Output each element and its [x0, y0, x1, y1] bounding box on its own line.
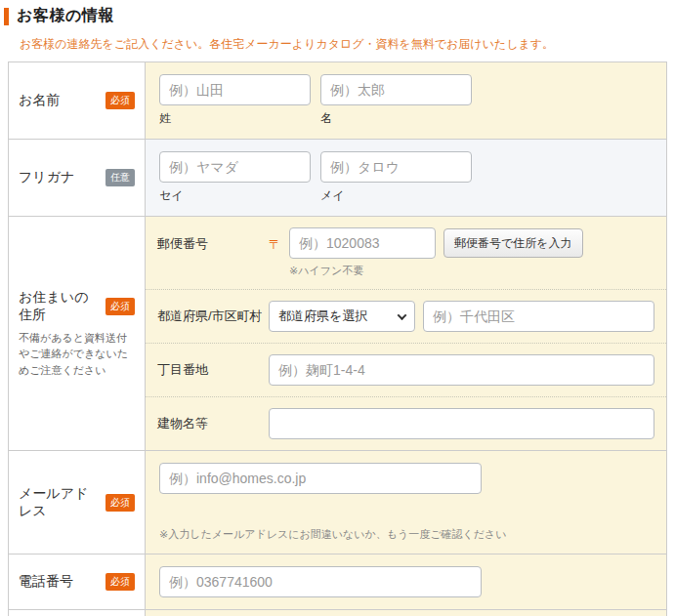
- name-label: お名前: [19, 92, 60, 109]
- building-input[interactable]: [269, 408, 654, 439]
- timing-label-cell: 建築予定時期 必須: [9, 610, 146, 616]
- section-header: お客様の情報: [4, 6, 667, 26]
- postal-code-label: 郵便番号: [157, 227, 269, 253]
- last-name-input[interactable]: [159, 74, 311, 105]
- postal-code-subrow: 郵便番号 〒 郵便番号で住所を入力 ※ハイフン不要: [146, 217, 666, 290]
- prefecture-select-value: 都道府県を選択: [278, 308, 367, 325]
- address-label: お住まいの住所: [19, 289, 102, 324]
- accent-bar: [4, 8, 9, 25]
- row-phone: 電話番号 必須: [9, 554, 666, 610]
- last-name-kana-sublabel: セイ: [159, 187, 311, 204]
- address-content-cell: 郵便番号 〒 郵便番号で住所を入力 ※ハイフン不要 都道府県/市区町村 都道府県…: [146, 217, 666, 450]
- required-badge: 必須: [105, 573, 135, 591]
- email-confirm-note: ※入力したメールアドレスにお間違いないか、もう一度ご確認ください: [159, 527, 653, 542]
- building-subrow: 建物名等: [146, 397, 666, 450]
- first-name-sublabel: 名: [320, 110, 472, 127]
- email-input[interactable]: [159, 463, 482, 494]
- address-label-cell: お住まいの住所 必須 不備があると資料送付やご連絡ができないためご注意ください: [9, 217, 146, 450]
- form-notice: お客様の連絡先をご記入ください。各住宅メーカーよりカタログ・資料を無料でお届けい…: [20, 36, 667, 53]
- prefecture-select[interactable]: 都道府県を選択: [269, 301, 415, 332]
- first-name-kana-input[interactable]: [320, 151, 472, 183]
- required-badge: 必須: [105, 298, 135, 315]
- name-label-cell: お名前 必須: [9, 62, 146, 139]
- furigana-content-cell: セイ メイ: [146, 140, 666, 216]
- form-table: お名前 必須 姓 名: [8, 62, 667, 616]
- furigana-label: フリガナ: [19, 169, 74, 186]
- building-label: 建物名等: [157, 415, 269, 432]
- prefecture-subrow: 都道府県/市区町村 都道府県を選択: [146, 290, 666, 344]
- first-name-input[interactable]: [320, 74, 472, 105]
- row-name: お名前 必須 姓 名: [9, 62, 666, 140]
- name-content-cell: 姓 名: [146, 62, 666, 139]
- prefecture-label: 都道府県/市区町村: [157, 308, 269, 325]
- postal-code-input[interactable]: [289, 227, 436, 259]
- address-note: 不備があると資料送付やご連絡ができないためご注意ください: [19, 330, 135, 379]
- last-name-kana-input[interactable]: [159, 151, 311, 183]
- last-name-sublabel: 姓: [159, 110, 311, 127]
- street-label: 丁目番地: [157, 361, 269, 379]
- row-construction-timing: 建築予定時期 必須 3か月以内6か月以内1年以内1～2年以内2～3年以内未定: [9, 610, 666, 616]
- row-furigana: フリガナ 任意 セイ メイ: [9, 140, 666, 217]
- street-subrow: 丁目番地: [146, 344, 666, 397]
- city-input[interactable]: [423, 301, 654, 332]
- required-badge: 必須: [105, 92, 135, 109]
- first-name-kana-sublabel: メイ: [320, 187, 472, 204]
- email-label-cell: メールアドレス 必須: [9, 451, 146, 554]
- phone-input[interactable]: [159, 566, 482, 597]
- phone-label-cell: 電話番号 必須: [9, 554, 146, 609]
- furigana-label-cell: フリガナ 任意: [9, 140, 146, 216]
- chevron-down-icon: [398, 310, 407, 320]
- optional-badge: 任意: [105, 169, 135, 186]
- row-email: メールアドレス 必須 ※入力したメールアドレスにお間違いないか、もう一度ご確認く…: [9, 451, 666, 554]
- email-label: メールアドレス: [19, 485, 102, 520]
- street-input[interactable]: [269, 354, 654, 386]
- phone-content-cell: [146, 554, 666, 609]
- required-badge: 必須: [105, 494, 135, 512]
- postal-mark-icon: 〒: [269, 236, 281, 254]
- phone-label: 電話番号: [19, 573, 73, 591]
- row-address: お住まいの住所 必須 不備があると資料送付やご連絡ができないためご注意ください …: [9, 217, 666, 451]
- postal-code-note: ※ハイフン不要: [289, 264, 583, 278]
- page-title: お客様の情報: [17, 6, 114, 26]
- email-content-cell: ※入力したメールアドレスにお間違いないか、もう一度ご確認ください: [146, 451, 666, 554]
- timing-content-cell: 3か月以内6か月以内1年以内1～2年以内2～3年以内未定: [146, 610, 666, 616]
- customer-info-form: お客様の情報 お客様の連絡先をご記入ください。各住宅メーカーよりカタログ・資料を…: [0, 0, 675, 616]
- postal-lookup-button[interactable]: 郵便番号で住所を入力: [443, 228, 583, 258]
